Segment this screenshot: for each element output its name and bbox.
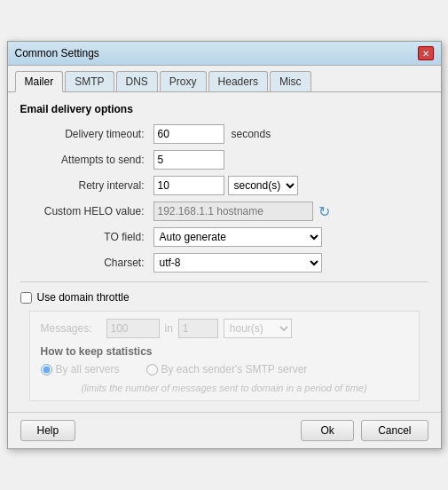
radio-smtp[interactable] [146,364,158,375]
charset-group: Charset: utf-8 iso-8859-1 windows-1252 [20,253,428,273]
to-field-label: TO field: [20,231,145,243]
charset-label: Charset: [20,257,145,269]
section-title: Email delivery options [20,103,428,115]
helo-input[interactable] [153,202,313,221]
stats-title: How to keep statistics [41,345,408,358]
radio-row: By all servers By each sender's SMTP ser… [41,363,408,375]
radio-option-all-servers[interactable]: By all servers [41,363,120,375]
help-button[interactable]: Help [20,420,76,441]
retry-input-group: second(s) minute(s) hour(s) [153,176,298,195]
helo-row: ↻ [153,202,330,221]
radio-all-servers[interactable] [41,364,52,375]
attempts-group: Attempts to send: [20,150,428,170]
refresh-icon[interactable]: ↻ [318,203,330,220]
helo-group: Custom HELO value: ↻ [20,202,428,221]
throttle-checkbox[interactable] [20,292,32,304]
hint-text: (limits the number of messages sent to d… [41,383,408,393]
ok-button[interactable]: Ok [301,420,354,441]
retry-unit-select[interactable]: second(s) minute(s) hour(s) [228,176,298,195]
tab-dns[interactable]: DNS [116,71,158,91]
throttle-messages-row: Messages: in hour(s) minute(s) day(s) [41,319,408,338]
attempts-label: Attempts to send: [20,154,145,166]
radio-smtp-label: By each sender's SMTP server [161,363,308,375]
in-label: in [165,322,173,335]
tab-proxy[interactable]: Proxy [160,71,207,91]
interval-input[interactable] [178,319,218,338]
delivery-timeout-suffix: seconds [232,128,271,140]
throttle-section: Messages: in hour(s) minute(s) day(s) Ho… [29,311,420,401]
messages-input[interactable] [106,319,160,338]
tab-headers[interactable]: Headers [208,71,268,91]
delivery-timeout-input[interactable] [153,124,224,144]
retry-label: Retry interval: [20,179,145,192]
divider [20,281,428,282]
cancel-button[interactable]: Cancel [361,420,428,441]
retry-input[interactable] [153,176,224,195]
tab-smtp[interactable]: SMTP [65,71,114,91]
footer-right: Ok Cancel [301,420,428,441]
charset-select[interactable]: utf-8 iso-8859-1 windows-1252 [153,253,322,273]
to-field-select[interactable]: Auto generate Real To Fake To [153,227,322,247]
tabs-bar: Mailer SMTP DNS Proxy Headers Misc [8,66,441,92]
delivery-timeout-label: Delivery timeout: [20,128,145,140]
messages-label: Messages: [41,322,101,335]
throttle-checkbox-label: Use domain throttle [37,291,130,304]
main-content: Email delivery options Delivery timeout:… [8,92,441,412]
throttle-checkbox-row: Use domain throttle [20,291,428,304]
to-field-group: TO field: Auto generate Real To Fake To [20,227,428,247]
tab-mailer[interactable]: Mailer [15,71,64,92]
tab-misc[interactable]: Misc [270,71,311,91]
window-title: Common Settings [15,47,99,59]
radio-option-smtp[interactable]: By each sender's SMTP server [146,363,308,375]
titlebar: Common Settings ✕ [8,42,441,66]
helo-label: Custom HELO value: [20,205,145,217]
interval-unit-select[interactable]: hour(s) minute(s) day(s) [224,319,292,338]
common-settings-window: Common Settings ✕ Mailer SMTP DNS Proxy … [7,41,442,449]
retry-group: Retry interval: second(s) minute(s) hour… [20,176,428,195]
delivery-timeout-group: Delivery timeout: seconds [20,124,428,144]
footer: Help Ok Cancel [8,412,441,448]
attempts-input[interactable] [153,150,224,170]
close-button[interactable]: ✕ [418,46,434,60]
radio-all-servers-label: By all servers [56,363,120,375]
